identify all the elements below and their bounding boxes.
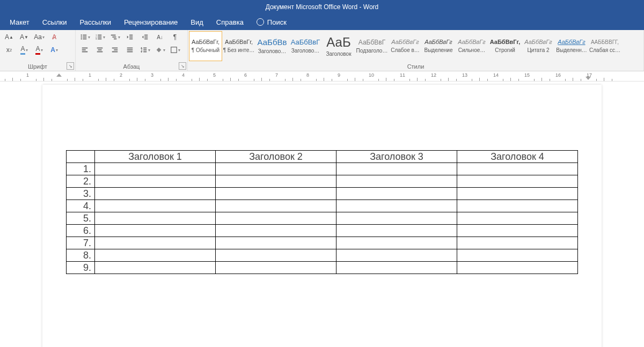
menu-вид[interactable]: Вид [184,14,210,30]
shading-button[interactable]: ▾ [153,44,167,56]
font-dialog-launcher[interactable]: ↘ [67,62,74,70]
table-cell[interactable] [457,212,578,225]
bullets-button[interactable]: ▾ [78,31,92,43]
table-cell[interactable] [457,163,578,175]
table-rownum-cell[interactable]: 8. [67,249,95,262]
style-item[interactable]: АаБбВвГгСлабое в… [389,31,422,61]
style-item[interactable]: АаБбВвГгВыделенн… [555,31,588,61]
style-item[interactable]: ААББВВГГ,Слабая сс… [588,31,621,61]
align-right-button[interactable] [108,44,122,56]
table-cell[interactable] [457,249,578,262]
font-color-button[interactable]: A▾ [32,44,46,56]
table-rownum-cell[interactable]: 6. [67,225,95,237]
style-item[interactable]: АаБбВвГгВыделение [422,31,455,61]
align-center-button[interactable] [93,44,107,56]
table-cell[interactable] [95,237,216,249]
paragraph-dialog-launcher[interactable]: ↘ [179,62,186,70]
table-header-row[interactable]: Заголовок 1Заголовок 2Заголовок 3Заголов… [67,151,578,163]
table-header-cell[interactable]: Заголовок 2 [216,151,336,163]
table-cell[interactable] [95,225,216,237]
grow-font-button[interactable]: A▲ [2,31,16,43]
table-cell[interactable] [216,212,336,225]
change-case-button[interactable]: Aa▾ [32,31,46,43]
table-row[interactable]: 5. [67,212,578,225]
table-cell[interactable] [336,249,457,262]
table-cell[interactable] [336,188,457,200]
right-indent-marker[interactable] [586,77,591,80]
table-cell[interactable] [95,212,216,225]
table-cell[interactable] [95,262,216,274]
menu-рассылки[interactable]: Рассылки [74,14,118,30]
style-item[interactable]: АаБбВвЗаголово… [255,31,289,61]
table-cell[interactable] [95,175,216,188]
tell-me-search[interactable]: Поиск [250,14,293,30]
table-cell[interactable] [457,200,578,212]
table-header-cell[interactable]: Заголовок 3 [336,151,457,163]
table-header-cell[interactable]: Заголовок 4 [457,151,578,163]
style-item[interactable]: АаБбВвГг,¶ Обычный [189,31,222,61]
table-rownum-cell[interactable]: 7. [67,237,95,249]
table-rownum-cell[interactable]: 3. [67,188,95,200]
style-item[interactable]: АаБбВвГгСильное… [455,31,488,61]
line-spacing-button[interactable]: ▾ [138,44,152,56]
table-row[interactable]: 2. [67,175,578,188]
show-marks-button[interactable]: ¶ [168,31,182,43]
style-item[interactable]: АаБбВвГЗаголово… [289,31,322,61]
increase-indent-button[interactable] [138,31,152,43]
menu-макет[interactable]: Макет [3,14,36,30]
table-cell[interactable] [216,188,336,200]
table-row[interactable]: 7. [67,237,578,249]
table-cell[interactable] [336,163,457,175]
shrink-font-button[interactable]: A▼ [17,31,31,43]
style-item[interactable]: АаБЗаголовок [322,31,355,61]
table-row[interactable]: 8. [67,249,578,262]
document-table[interactable]: Заголовок 1Заголовок 2Заголовок 3Заголов… [66,150,578,274]
table-cell[interactable] [216,249,336,262]
table-cell[interactable] [336,212,457,225]
subscript-button[interactable]: x2 [2,44,16,56]
table-cell[interactable] [457,175,578,188]
table-rownum-cell[interactable]: 2. [67,175,95,188]
table-cell[interactable] [216,262,336,274]
table-cell[interactable] [95,200,216,212]
table-cell[interactable] [336,175,457,188]
justify-button[interactable] [123,44,137,56]
table-cell[interactable] [216,163,336,175]
table-cell[interactable] [336,200,457,212]
table-cell[interactable] [67,151,95,163]
table-cell[interactable] [457,237,578,249]
table-cell[interactable] [336,225,457,237]
table-cell[interactable] [216,237,336,249]
table-cell[interactable] [336,262,457,274]
table-cell[interactable] [457,188,578,200]
style-item[interactable]: АаБбВвГг,¶ Без инте… [222,31,255,61]
table-rownum-cell[interactable]: 5. [67,212,95,225]
table-row[interactable]: 6. [67,225,578,237]
horizontal-ruler[interactable]: 3211234567891011121314151617 [0,71,644,82]
table-cell[interactable] [95,249,216,262]
decrease-indent-button[interactable] [123,31,137,43]
table-cell[interactable] [216,225,336,237]
table-header-cell[interactable]: Заголовок 1 [95,151,216,163]
table-cell[interactable] [457,225,578,237]
table-rownum-cell[interactable]: 9. [67,262,95,274]
table-row[interactable]: 4. [67,200,578,212]
highlight-button[interactable]: A▾ [17,44,31,56]
menu-ссылки[interactable]: Ссылки [36,14,74,30]
table-cell[interactable] [95,188,216,200]
align-left-button[interactable] [78,44,92,56]
style-item[interactable]: АаБбВвГПодзаголо… [355,31,389,61]
table-cell[interactable] [457,262,578,274]
document-page[interactable]: Заголовок 1Заголовок 2Заголовок 3Заголов… [42,85,602,347]
table-cell[interactable] [216,175,336,188]
table-cell[interactable] [336,237,457,249]
numbering-button[interactable]: 123▾ [93,31,107,43]
clear-format-button[interactable]: A̷ [47,31,61,43]
style-item[interactable]: АаБбВвГг,Строгий [488,31,522,61]
style-item[interactable]: АаБбВвГгЦитата 2 [522,31,555,61]
table-cell[interactable] [95,163,216,175]
borders-button[interactable]: ▾ [168,44,182,56]
table-row[interactable]: 3. [67,188,578,200]
first-line-indent-marker[interactable] [56,73,62,77]
multilevel-list-button[interactable]: ▾ [108,31,122,43]
